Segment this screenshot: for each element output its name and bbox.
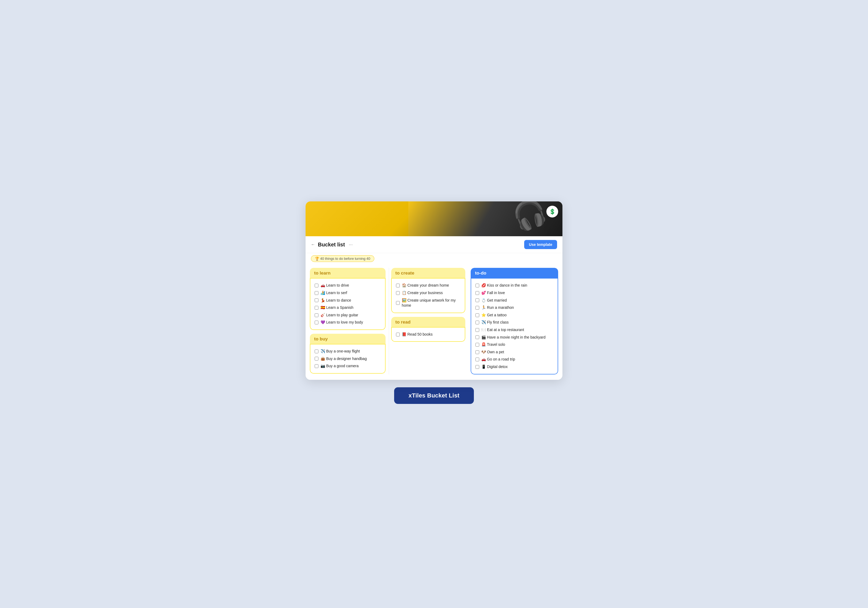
checkbox[interactable]	[396, 284, 400, 288]
list-item: 🎸 Learn to play guitar	[315, 311, 381, 319]
checkbox[interactable]	[476, 335, 479, 339]
checkbox[interactable]	[315, 306, 318, 309]
card-to-read-body: 📕 Read 50 books	[391, 327, 466, 342]
checkbox[interactable]	[315, 313, 318, 317]
list-item: ✈️ Fly first class	[476, 319, 553, 326]
list-item: 🚗 Learn to drive	[315, 282, 381, 289]
card-to-learn-header: to learn	[310, 268, 386, 278]
checkbox[interactable]	[476, 343, 479, 347]
card-to-do: to-do 💋 Kiss or dance in the rain 💕 Fall…	[471, 268, 558, 374]
list-item: 🏄 Learn to serf	[315, 289, 381, 297]
list-item: ⭐ Get a tattoo	[476, 311, 553, 319]
list-item: 👜 Buy a designer handbag	[315, 355, 381, 363]
back-button[interactable]: ←	[311, 242, 315, 247]
list-item: 📋 Create your business	[396, 289, 461, 297]
page-header: ← Bucket list ··· Use template	[305, 236, 563, 253]
tag-bar: 🏆 40 things to do before turning 40	[305, 253, 563, 264]
card-to-read-header: to read	[391, 317, 466, 327]
list-item: 🐶 Own a pet	[476, 348, 553, 356]
tag-chip[interactable]: 🏆 40 things to do before turning 40	[311, 255, 374, 262]
card-to-create-title: to create	[395, 271, 414, 275]
list-item: 🏃 Run a marathon	[476, 304, 553, 311]
card-to-buy: to buy ✈️ Buy a one-way flight 👜 Buy a d…	[310, 334, 386, 374]
card-to-create: to create 🏠 Create your dream home 📋 Cre…	[391, 268, 466, 313]
checkbox[interactable]	[476, 350, 479, 354]
list-item: 💜 Learn to love my body	[315, 319, 381, 326]
hero-banner: 🎧	[305, 201, 563, 236]
checkbox[interactable]	[315, 350, 318, 353]
card-to-do-body: 💋 Kiss or dance in the rain 💕 Fall in lo…	[471, 278, 558, 374]
card-to-read: to read 📕 Read 50 books	[391, 317, 466, 342]
card-to-create-header: to create	[391, 268, 466, 278]
board: to learn 🚗 Learn to drive 🏄 Learn to ser…	[305, 264, 563, 379]
card-to-read-title: to read	[395, 320, 411, 325]
logo-icon: 💲	[549, 208, 556, 215]
list-item: 💍 Get married	[476, 297, 553, 304]
board-column-left: to learn 🚗 Learn to drive 🏄 Learn to ser…	[310, 268, 389, 374]
list-item: 🚨 Travel solo	[476, 341, 553, 348]
card-to-do-title: to-do	[475, 271, 486, 275]
checkbox[interactable]	[315, 284, 318, 288]
checkbox[interactable]	[396, 291, 400, 295]
board-column-right: to-do 💋 Kiss or dance in the rain 💕 Fall…	[467, 268, 558, 374]
list-item: 📷 Buy a good camera	[315, 362, 381, 370]
page-title: Bucket list	[318, 242, 345, 248]
list-item: 🎬 Have a movie night in the backyard	[476, 334, 553, 341]
checkbox[interactable]	[315, 291, 318, 295]
use-template-button[interactable]: Use template	[524, 240, 557, 249]
list-item: 🇪🇸 Learn a Spanish	[315, 304, 381, 311]
list-item: 💋 Kiss or dance in the rain	[476, 282, 553, 289]
list-item: 📱 Digital detox	[476, 363, 553, 371]
checkbox[interactable]	[476, 358, 479, 361]
list-item: 🚗 Go on a road trip	[476, 356, 553, 363]
checkbox[interactable]	[315, 364, 318, 368]
checkbox[interactable]	[396, 333, 400, 336]
checkbox[interactable]	[315, 357, 318, 361]
checkbox[interactable]	[396, 301, 400, 305]
cta-button[interactable]: xTiles Bucket List	[394, 387, 474, 404]
checkbox[interactable]	[476, 320, 479, 324]
board-column-middle: to create 🏠 Create your dream home 📋 Cre…	[389, 268, 468, 374]
checkbox[interactable]	[476, 365, 479, 369]
list-item: 💕 Fall in love	[476, 289, 553, 297]
checkbox[interactable]	[476, 299, 479, 302]
checkbox[interactable]	[476, 328, 479, 332]
app-window: 💲 🎧 ← Bucket list ··· Use template 🏆 40 …	[305, 201, 563, 379]
card-to-learn-title: to learn	[314, 271, 330, 275]
checkbox[interactable]	[476, 284, 479, 288]
card-to-learn: to learn 🚗 Learn to drive 🏄 Learn to ser…	[310, 268, 386, 330]
card-to-learn-body: 🚗 Learn to drive 🏄 Learn to serf 💃 Learn…	[310, 278, 386, 330]
bottom-cta: xTiles Bucket List	[394, 387, 474, 404]
card-to-do-header: to-do	[471, 268, 558, 278]
list-item: 💃 Learn to dance	[315, 297, 381, 304]
checkbox[interactable]	[476, 313, 479, 317]
card-to-buy-body: ✈️ Buy a one-way flight 👜 Buy a designer…	[310, 344, 386, 374]
more-options-button[interactable]: ···	[349, 242, 353, 247]
list-item: 🍽️ Eat at a top restaurant	[476, 326, 553, 334]
checkbox[interactable]	[476, 306, 479, 309]
card-to-create-body: 🏠 Create your dream home 📋 Create your b…	[391, 278, 466, 313]
card-to-buy-title: to buy	[314, 336, 328, 342]
checkbox[interactable]	[315, 299, 318, 302]
list-item: 🏠 Create your dream home	[396, 282, 461, 289]
list-item: 🖼️ Create unique artwork for my home	[396, 297, 461, 309]
list-item: ✈️ Buy a one-way flight	[315, 348, 381, 355]
checkbox[interactable]	[476, 291, 479, 295]
checkbox[interactable]	[315, 320, 318, 324]
card-to-buy-header: to buy	[310, 334, 386, 344]
list-item: 📕 Read 50 books	[396, 331, 461, 338]
